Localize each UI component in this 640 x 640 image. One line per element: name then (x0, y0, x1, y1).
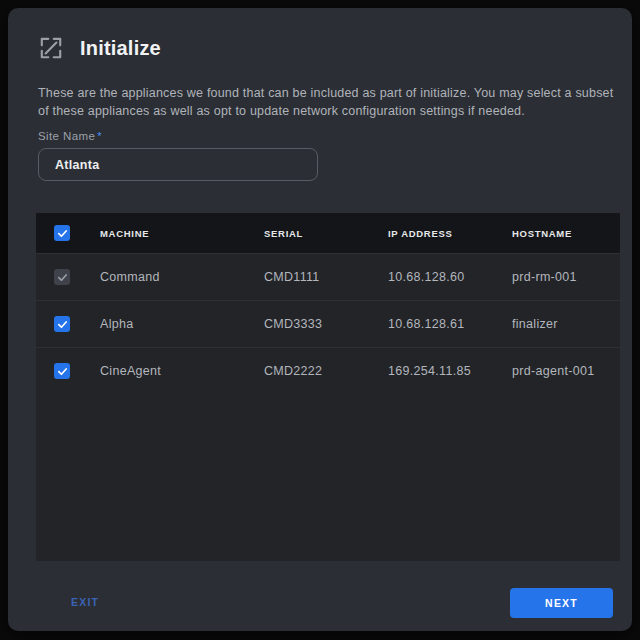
cell-machine: Command (100, 270, 264, 284)
row-checkbox-command (54, 269, 70, 285)
dialog-header: Initialize (38, 35, 161, 61)
table-row: Alpha CMD3333 10.68.128.61 finalizer (36, 300, 620, 347)
column-header-ip: IP ADDRESS (388, 228, 512, 239)
site-name-input[interactable] (38, 148, 318, 181)
column-header-machine: MACHINE (100, 228, 264, 239)
column-header-hostname: HOSTNAME (512, 228, 620, 239)
cell-machine: CineAgent (100, 364, 264, 378)
initialize-dialog: Initialize These are the appliances we f… (8, 8, 632, 631)
next-button[interactable]: NEXT (510, 588, 613, 618)
cell-hostname: prd-agent-001 (512, 364, 620, 378)
column-header-serial: SERIAL (264, 228, 388, 239)
cell-machine: Alpha (100, 317, 264, 331)
cell-ip: 169.254.11.85 (388, 364, 512, 378)
appliance-table: MACHINE SERIAL IP ADDRESS HOSTNAME Comma… (36, 213, 620, 561)
cell-hostname: prd-rm-001 (512, 270, 620, 284)
table-header-row: MACHINE SERIAL IP ADDRESS HOSTNAME (36, 213, 620, 253)
required-asterisk: * (97, 130, 102, 142)
row-checkbox-cineagent[interactable] (54, 363, 70, 379)
site-name-label: Site Name* (38, 130, 102, 142)
table-row: Command CMD1111 10.68.128.60 prd-rm-001 (36, 253, 620, 300)
cell-ip: 10.68.128.60 (388, 270, 512, 284)
header-checkbox-cell (36, 225, 100, 241)
row-checkbox-cell (36, 269, 100, 285)
cell-serial: CMD3333 (264, 317, 388, 331)
cell-hostname: finalizer (512, 317, 620, 331)
table-row: CineAgent CMD2222 169.254.11.85 prd-agen… (36, 347, 620, 394)
dialog-description: These are the appliances we found that c… (38, 84, 618, 120)
row-checkbox-cell (36, 316, 100, 332)
app-logo-icon (38, 35, 64, 61)
row-checkbox-alpha[interactable] (54, 316, 70, 332)
cell-serial: CMD2222 (264, 364, 388, 378)
site-name-label-text: Site Name (38, 130, 95, 142)
page-title: Initialize (80, 37, 161, 60)
cell-ip: 10.68.128.61 (388, 317, 512, 331)
cell-serial: CMD1111 (264, 270, 388, 284)
select-all-checkbox[interactable] (54, 225, 70, 241)
row-checkbox-cell (36, 363, 100, 379)
exit-button[interactable]: EXIT (71, 596, 99, 608)
